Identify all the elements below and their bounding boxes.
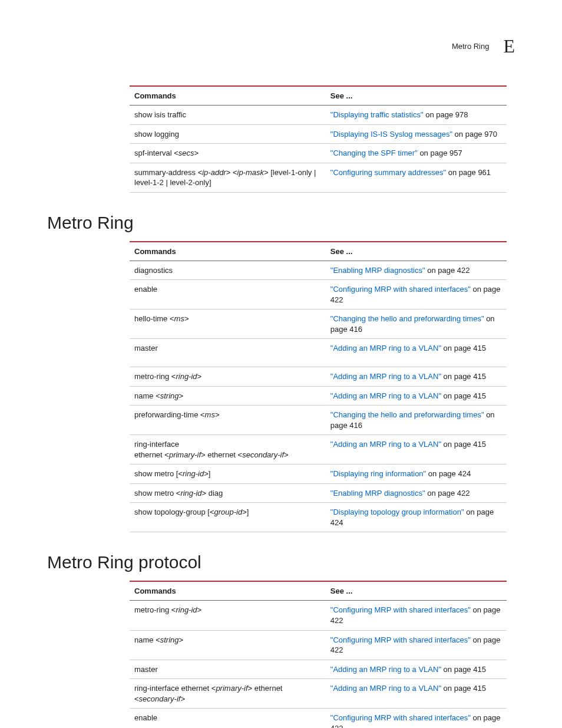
command-text: spf-interval <secs> (130, 144, 326, 163)
see-text: "Enabling MRP diagnostics" on page 422 (326, 261, 507, 280)
table-row: show metro [<ring-id>]"Displaying ring i… (130, 465, 507, 484)
table-row: master"Adding an MRP ring to a VLAN" on … (130, 660, 507, 679)
cross-reference-link[interactable]: "Adding an MRP ring to a VLAN" (330, 665, 441, 674)
see-text: "Displaying IS-IS Syslog messages" on pa… (326, 124, 507, 144)
command-param: ip-mask (237, 168, 265, 177)
cross-reference-link[interactable]: "Changing the hello and preforwarding ti… (330, 314, 484, 323)
cross-reference-link[interactable]: "Configuring MRP with shared interfaces" (330, 285, 471, 294)
cross-reference-link[interactable]: "Adding an MRP ring to a VLAN" (330, 372, 441, 381)
table-row: name <string>"Adding an MRP ring to a VL… (130, 386, 507, 406)
cross-reference-link[interactable]: "Configuring MRP with shared interfaces" (330, 713, 471, 722)
command-param: secondary-if (139, 694, 181, 703)
cross-reference-link[interactable]: "Adding an MRP ring to a VLAN" (330, 344, 441, 353)
see-text: "Adding an MRP ring to a VLAN" on page 4… (326, 679, 507, 709)
see-text: "Adding an MRP ring to a VLAN" on page 4… (326, 367, 507, 387)
see-text: "Configuring MRP with shared interfaces"… (326, 709, 507, 728)
cross-reference-link[interactable]: "Displaying traffic statistics" (330, 110, 424, 119)
commands-table-top: Commands See ... show isis traffic"Displ… (130, 85, 507, 193)
command-param: group-id (214, 508, 243, 516)
running-header: Metro Ring E (47, 35, 515, 57)
commands-table: CommandsSee ...metro-ring <ring-id>"Conf… (130, 581, 507, 728)
command-text: metro-ring <ring-id> (130, 367, 326, 387)
command-text: show logging (130, 124, 326, 144)
see-text: "Enabling MRP diagnostics" on page 422 (326, 483, 507, 503)
cross-reference-link[interactable]: "Adding an MRP ring to a VLAN" (330, 440, 441, 449)
table-row: show metro <ring-id> diag"Enabling MRP d… (130, 483, 507, 503)
command-param: secs (178, 149, 194, 157)
command-text: enable (130, 709, 326, 728)
command-text: show metro <ring-id> diag (130, 483, 326, 503)
command-text: show topology-group [<group-id>] (130, 503, 326, 532)
col-see: See ... (326, 86, 507, 106)
command-param: secondary-if (242, 450, 284, 459)
table-row: hello-time <ms>"Changing the hello and p… (130, 309, 507, 339)
table-row: summary-address <ip-addr> <ip-mask> [lev… (130, 163, 507, 192)
see-text: "Displaying traffic statistics" on page … (326, 106, 507, 125)
see-text: "Displaying ring information" on page 42… (326, 465, 507, 484)
table-row: spf-interval <secs>"Changing the SPF tim… (130, 144, 507, 163)
col-commands: Commands (130, 242, 326, 261)
table-row: metro-ring <ring-id>"Configuring MRP wit… (130, 601, 507, 630)
command-text: ring-interface ethernet <primary-if> eth… (130, 679, 326, 709)
commands-table: CommandsSee ...diagnostics"Enabling MRP … (130, 241, 507, 533)
cross-reference-link[interactable]: "Configuring MRP with shared interfaces" (330, 635, 471, 644)
command-param: string (160, 391, 179, 400)
table-row: diagnostics"Enabling MRP diagnostics" on… (130, 261, 507, 280)
command-param: ip-addr (202, 168, 226, 177)
command-param: ring-id (183, 469, 204, 478)
command-param: primary-if (169, 450, 201, 459)
table-row: show topology-group [<group-id>]"Display… (130, 503, 507, 532)
running-title: Metro Ring (452, 42, 490, 51)
command-text: preforwarding-time <ms> (130, 406, 326, 435)
see-text: "Configuring MRP with shared interfaces"… (326, 280, 507, 309)
command-text: master (130, 660, 326, 679)
command-text: diagnostics (130, 261, 326, 280)
see-text: "Changing the hello and preforwarding ti… (326, 309, 507, 339)
sections-container: Metro RingCommandsSee ...diagnostics"Ena… (47, 213, 515, 728)
see-text: "Adding an MRP ring to a VLAN" on page 4… (326, 435, 507, 465)
see-text: "Configuring summary addresses" on page … (326, 163, 507, 192)
command-param: ms (205, 410, 215, 419)
table-row: name <string>"Configuring MRP with share… (130, 630, 507, 660)
table-row: show isis traffic"Displaying traffic sta… (130, 106, 507, 125)
appendix-letter: E (503, 35, 515, 57)
table-row: preforwarding-time <ms>"Changing the hel… (130, 406, 507, 435)
cross-reference-link[interactable]: "Configuring MRP with shared interfaces" (330, 605, 471, 614)
cross-reference-link[interactable]: "Displaying topology group information" (330, 508, 464, 516)
table-row: ring-interfaceethernet <primary-if> ethe… (130, 435, 507, 465)
table-row: enable"Configuring MRP with shared inter… (130, 280, 507, 309)
cross-reference-link[interactable]: "Changing the hello and preforwarding ti… (330, 410, 484, 419)
command-param: primary-if (216, 684, 247, 693)
command-text: master (130, 339, 326, 367)
command-text: summary-address <ip-addr> <ip-mask> [lev… (130, 163, 326, 192)
see-text: "Changing the SPF timer" on page 957 (326, 144, 507, 163)
see-text: "Changing the hello and preforwarding ti… (326, 406, 507, 435)
cross-reference-link[interactable]: "Changing the SPF timer" (330, 149, 418, 157)
command-text: ring-interfaceethernet <primary-if> ethe… (130, 435, 326, 465)
command-param: ring-id (176, 372, 197, 381)
command-param: string (160, 635, 179, 644)
cross-reference-link[interactable]: "Displaying ring information" (330, 469, 426, 478)
col-commands: Commands (130, 86, 326, 106)
command-text: name <string> (130, 630, 326, 660)
cross-reference-link[interactable]: "Enabling MRP diagnostics" (330, 489, 425, 498)
cross-reference-link[interactable]: "Adding an MRP ring to a VLAN" (330, 684, 441, 693)
see-text: "Adding an MRP ring to a VLAN" on page 4… (326, 386, 507, 406)
cross-reference-link[interactable]: "Adding an MRP ring to a VLAN" (330, 391, 441, 400)
command-text: name <string> (130, 386, 326, 406)
command-text: enable (130, 280, 326, 309)
command-text: show metro [<ring-id>] (130, 465, 326, 484)
col-commands: Commands (130, 581, 326, 601)
see-text: "Adding an MRP ring to a VLAN" on page 4… (326, 339, 507, 367)
cross-reference-link[interactable]: "Configuring summary addresses" (330, 168, 446, 177)
col-see: See ... (326, 242, 507, 261)
cross-reference-link[interactable]: "Enabling MRP diagnostics" (330, 266, 425, 275)
command-text: show isis traffic (130, 106, 326, 125)
section-heading: Metro Ring protocol (47, 552, 515, 572)
command-text: metro-ring <ring-id> (130, 601, 326, 630)
command-param: ring-id (180, 489, 201, 498)
cross-reference-link[interactable]: "Displaying IS-IS Syslog messages" (330, 130, 452, 139)
col-see: See ... (326, 581, 507, 601)
top-tbody: show isis traffic"Displaying traffic sta… (130, 106, 507, 193)
see-text: "Configuring MRP with shared interfaces"… (326, 630, 507, 660)
